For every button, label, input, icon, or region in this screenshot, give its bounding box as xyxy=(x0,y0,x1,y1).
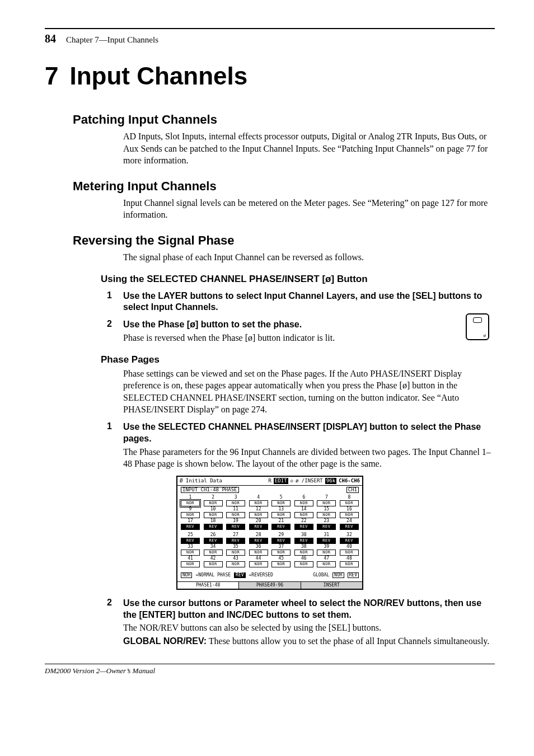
lcd-phase-button[interactable]: NOR xyxy=(294,550,313,556)
lcd-phase-button[interactable]: REV xyxy=(317,538,336,544)
section-heading-metering: Metering Input Channels xyxy=(73,179,495,194)
lcd-tab[interactable]: PHASE1-48 xyxy=(177,582,239,589)
lcd-phase-button[interactable]: NOR xyxy=(271,512,291,518)
lcd-phase-button[interactable]: NOR xyxy=(204,500,223,506)
lcd-phase-button[interactable]: NOR xyxy=(340,512,359,518)
lcd-phase-button[interactable]: REV xyxy=(181,538,200,544)
lcd-channel-number: 18 xyxy=(204,519,223,523)
lcd-phase-button[interactable]: NOR xyxy=(340,561,359,567)
lcd-channel-cell: 29REV xyxy=(271,533,291,544)
lcd-channel-cell: 6NOR xyxy=(294,495,313,506)
lcd-phase-button[interactable]: NOR xyxy=(271,500,291,506)
lcd-phase-button[interactable]: NOR xyxy=(317,512,336,518)
lcd-channel-cell: 35NOR xyxy=(226,544,245,556)
lcd-phase-button[interactable]: NOR xyxy=(317,561,336,567)
lcd-phase-button[interactable]: REV xyxy=(204,524,223,530)
lcd-phase-button[interactable]: NOR xyxy=(294,512,313,518)
lcd-tab[interactable]: INSERT xyxy=(301,582,362,589)
step-number: 1 xyxy=(101,421,112,470)
lcd-phase-button[interactable]: REV xyxy=(249,524,268,530)
step-2b: 2 Use the cursor buttons or Parameter wh… xyxy=(101,598,495,647)
lcd-phase-button[interactable]: NOR xyxy=(249,500,268,506)
lcd-phase-button[interactable]: NOR xyxy=(204,550,223,556)
lcd-phase-button[interactable]: REV xyxy=(271,524,291,530)
lcd-phase-button[interactable]: NOR xyxy=(204,512,223,518)
global-rev-button[interactable]: REV xyxy=(348,572,359,578)
lcd-channel-number: 5 xyxy=(271,495,291,500)
lcd-phase-button[interactable]: REV xyxy=(226,524,245,530)
step-follow: The NOR/REV buttons can also be selected… xyxy=(123,622,495,634)
legend-rev-text: =REVERSED xyxy=(249,573,273,577)
lcd-tab[interactable]: PHASE49-96 xyxy=(239,582,301,589)
lcd-phase-button[interactable]: NOR xyxy=(271,561,291,567)
lcd-phase-button[interactable]: NOR xyxy=(249,550,268,556)
lcd-phase-button[interactable]: NOR xyxy=(271,550,291,556)
lcd-channel-cell: 45NOR xyxy=(271,556,291,567)
lcd-96k-badge: 96k xyxy=(325,478,336,484)
lcd-channel-number: 29 xyxy=(271,533,291,537)
lcd-phase-button[interactable]: NOR xyxy=(226,561,245,567)
lcd-phase-button[interactable]: NOR xyxy=(317,500,336,506)
lcd-channel-number: 42 xyxy=(204,556,223,561)
lcd-channel-number: 11 xyxy=(226,507,245,511)
lcd-channel-number: 32 xyxy=(340,533,359,537)
lcd-channel-number: 8 xyxy=(340,495,359,500)
subsection-heading-using-button: Using the SELECTED CHANNEL PHASE/INSERT … xyxy=(101,274,495,285)
phase-icon: ø xyxy=(484,332,486,338)
global-nor-button[interactable]: NOR xyxy=(332,572,344,578)
lcd-channel-number: 17 xyxy=(181,519,200,523)
lcd-channel-number: 30 xyxy=(294,533,313,537)
lcd-phase-button[interactable]: NOR xyxy=(294,500,313,506)
step-follow: The Phase parameters for the 96 Input Ch… xyxy=(123,446,495,470)
lcd-channel-number: 31 xyxy=(317,533,336,537)
lcd-channel-number: 7 xyxy=(317,495,336,500)
lcd-phase-button[interactable]: NOR xyxy=(294,561,313,567)
lcd-channel-cell: 19REV xyxy=(226,519,245,530)
lcd-phase-button[interactable]: REV xyxy=(294,524,313,530)
lcd-phase-button[interactable]: NOR xyxy=(181,500,200,506)
lcd-phase-button[interactable]: NOR xyxy=(249,561,268,567)
lcd-channel-cell: 4NOR xyxy=(249,495,268,506)
lcd-channel-number: 23 xyxy=(317,519,336,523)
lcd-phase-button[interactable]: NOR xyxy=(181,512,200,518)
lcd-phase-button[interactable]: NOR xyxy=(340,500,359,506)
lcd-phase-button[interactable]: REV xyxy=(317,524,336,530)
lcd-phase-button[interactable]: REV xyxy=(204,538,223,544)
lcd-phase-button[interactable]: REV xyxy=(181,524,200,530)
lcd-phase-button[interactable]: REV xyxy=(340,524,359,530)
lcd-channel-number: 24 xyxy=(340,519,359,523)
step-follow: Phase is reversed when the Phase [ø] but… xyxy=(123,332,495,344)
lcd-channel-number: 22 xyxy=(294,519,313,523)
lcd-phase-button[interactable]: NOR xyxy=(226,550,245,556)
lcd-phase-button[interactable]: NOR xyxy=(340,550,359,556)
lcd-phase-button[interactable]: NOR xyxy=(226,512,245,518)
lcd-phase-button[interactable]: NOR xyxy=(226,500,245,506)
lcd-channel-number: 21 xyxy=(271,519,291,523)
lcd-title-left: INPUT CH1-48 PHASE xyxy=(181,487,239,493)
lcd-channel-cell: 39NOR xyxy=(317,544,336,556)
lcd-channel-cell: 7NOR xyxy=(317,495,336,506)
lcd-channel-number: 13 xyxy=(271,507,291,511)
lcd-phase-button[interactable]: REV xyxy=(294,538,313,544)
lcd-channel-number: 6 xyxy=(294,495,313,500)
lcd-phase-button[interactable]: NOR xyxy=(204,561,223,567)
lcd-phase-button[interactable]: REV xyxy=(226,538,245,544)
lcd-channel-number: 15 xyxy=(317,507,336,511)
lcd-phase-button[interactable]: REV xyxy=(249,538,268,544)
lcd-channel-number: 46 xyxy=(294,556,313,561)
lcd-channel-number: 36 xyxy=(249,544,268,549)
lcd-edit-icon: R xyxy=(268,478,271,483)
lcd-phase-button[interactable]: REV xyxy=(271,538,291,544)
lcd-phase-button[interactable]: NOR xyxy=(181,561,200,567)
lcd-channel-cell: 17REV xyxy=(181,519,200,530)
lcd-phase-button[interactable]: REV xyxy=(340,538,359,544)
lcd-phase-button[interactable]: NOR xyxy=(181,550,200,556)
lcd-channel-number: 10 xyxy=(204,507,223,511)
lcd-phase-button[interactable]: NOR xyxy=(317,550,336,556)
lcd-channel-cell: 38NOR xyxy=(294,544,313,556)
chapter-title: Input Channels xyxy=(69,62,247,90)
lcd-channel-number: 19 xyxy=(226,519,245,523)
lcd-phase-button[interactable]: NOR xyxy=(249,512,268,518)
lcd-channel-number: 39 xyxy=(317,544,336,549)
lcd-channel-number: 28 xyxy=(249,533,268,537)
